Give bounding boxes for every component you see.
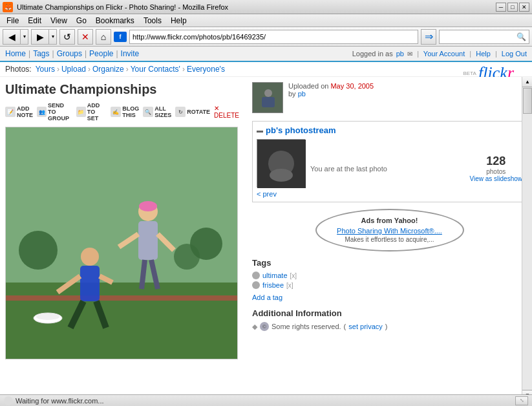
search-input[interactable] xyxy=(442,33,516,41)
nav-groups[interactable]: Groups xyxy=(57,49,82,58)
set-privacy-link[interactable]: set privacy xyxy=(348,323,383,330)
tags-title: Tags xyxy=(252,258,527,268)
send-to-group-button[interactable]: 👥 SEND TOGROUP xyxy=(37,102,72,122)
main-content: Ultimate Championships 📝 ADDNOTE 👥 SEND … xyxy=(0,77,532,365)
bc-sep-2: › xyxy=(88,65,90,74)
reload-button[interactable]: ↺ xyxy=(59,29,75,45)
status-resize-handle: ⤡ xyxy=(515,396,528,405)
minimize-button[interactable]: ─ xyxy=(496,3,506,12)
nav-home[interactable]: Home xyxy=(5,49,26,58)
photo-svg xyxy=(6,127,238,359)
address-input[interactable] xyxy=(129,30,418,44)
tag-remove-ultimate[interactable]: [x] xyxy=(290,272,297,279)
photostream-section: ▬ pb's photostream < prev xyxy=(252,121,527,202)
uploaded-by-line: by pb xyxy=(288,90,374,98)
add-note-button[interactable]: 📝 ADDNOTE xyxy=(5,105,33,118)
menu-bookmarks[interactable]: Bookmarks xyxy=(92,15,138,27)
nav-people[interactable]: People xyxy=(89,49,113,58)
scrollbar-thumb[interactable] xyxy=(523,88,532,114)
status-icon xyxy=(4,396,13,405)
bc-sep-3: › xyxy=(126,65,129,74)
add-tag-link[interactable]: Add a tag xyxy=(252,294,282,301)
back-dropdown[interactable]: ▾ xyxy=(21,29,28,45)
svg-point-4 xyxy=(139,201,157,211)
photostream-header: ▬ pb's photostream xyxy=(257,125,522,135)
bc-sep-4: › xyxy=(182,65,185,74)
all-sizes-button[interactable]: 🔍 ALLSIZES xyxy=(143,105,171,118)
blog-icon: ✍ xyxy=(111,107,121,117)
add-tag-container: Add a tag xyxy=(252,293,527,302)
svg-point-10 xyxy=(81,248,99,266)
svg-point-22 xyxy=(264,89,272,97)
menubar: File Edit View Go Bookmarks Tools Help xyxy=(0,14,532,27)
blog-this-button[interactable]: ✍ BLOGTHIS xyxy=(111,105,139,118)
breadcrumb-yours[interactable]: Yours xyxy=(36,65,55,74)
search-container: 🔍 xyxy=(439,30,529,44)
stop-button[interactable]: ✕ xyxy=(78,29,93,45)
window-controls: ─ □ ✕ xyxy=(496,3,529,12)
auth-section: Logged in as pb ✉ | Your Account | Help … xyxy=(352,50,527,58)
breadcrumb-contacts[interactable]: Your Contacts' xyxy=(131,65,180,74)
scrollbar: ▲ ▼ xyxy=(522,77,532,400)
ad-text: Makes it effortless to acquire,... xyxy=(345,236,434,243)
svg-rect-23 xyxy=(262,97,275,107)
breadcrumb-row: Photos: Yours › Upload › Organize › Your… xyxy=(0,62,532,77)
nav-tabs: Home | Tags | Groups | People | Invite L… xyxy=(0,47,532,62)
maximize-button[interactable]: □ xyxy=(507,3,518,12)
tag-link-ultimate[interactable]: ultimate xyxy=(262,272,288,279)
rights-icon: © xyxy=(260,322,269,331)
auth-logout[interactable]: Log Out xyxy=(502,50,527,58)
svg-point-18 xyxy=(19,231,58,270)
nav-sep-1: | xyxy=(28,49,30,58)
ad-link[interactable]: Photo Sharing With Microsoft®.... xyxy=(330,227,450,235)
add-to-set-button[interactable]: 📁 ADDTO SET xyxy=(76,102,107,122)
statusbar: Waiting for www.flickr.com... ⤡ xyxy=(0,394,532,406)
svg-point-26 xyxy=(270,169,293,182)
svg-rect-2 xyxy=(6,295,238,301)
menu-file[interactable]: File xyxy=(3,15,23,27)
photostream-toggle[interactable]: ▬ xyxy=(257,127,263,134)
rotate-button[interactable]: ↻ ROTATE xyxy=(175,107,210,117)
menu-help[interactable]: Help xyxy=(167,15,191,27)
forward-button[interactable]: ▶ xyxy=(31,29,49,45)
close-button[interactable]: ✕ xyxy=(519,3,529,12)
photo-title: Ultimate Championships xyxy=(5,82,244,97)
delete-button[interactable]: ✕ DELETE xyxy=(214,105,244,119)
nav-sep-2: | xyxy=(52,49,54,58)
rights-item: ◆ © Some rights reserved. ( set privacy … xyxy=(252,322,527,331)
auth-user[interactable]: pb xyxy=(396,50,404,58)
auth-account[interactable]: Your Account xyxy=(423,50,465,58)
upload-date-link[interactable]: May 30, 2005 xyxy=(330,82,374,90)
breadcrumb-organize[interactable]: Organize xyxy=(92,65,124,74)
main-content-wrapper: Ultimate Championships 📝 ADDNOTE 👥 SEND … xyxy=(0,77,532,400)
upload-user-link[interactable]: pb xyxy=(298,90,306,98)
browser-toolbar: ◀ ▾ ▶ ▾ ↺ ✕ ⌂ f ⇒ 🔍 xyxy=(0,27,532,47)
nav-sep-4: | xyxy=(116,49,118,58)
prev-link[interactable]: < prev xyxy=(257,190,305,198)
home-button[interactable]: ⌂ xyxy=(96,29,111,45)
menu-tools[interactable]: Tools xyxy=(140,15,165,27)
ad-title: Ads from Yahoo! xyxy=(330,217,450,224)
tag-link-frisbee[interactable]: frisbee xyxy=(262,281,284,289)
slideshow-link[interactable]: View as slideshow xyxy=(469,175,522,182)
rights-paren-open: ( xyxy=(344,323,346,330)
forward-dropdown[interactable]: ▾ xyxy=(49,29,57,45)
go-button[interactable]: ⇒ xyxy=(421,29,436,45)
titlebar: 🦊 Ultimate Championships on Flickr - Pho… xyxy=(0,0,532,14)
status-text: Waiting for www.flickr.com... xyxy=(16,397,104,405)
nav-tags[interactable]: Tags xyxy=(33,49,49,58)
scroll-up-button[interactable]: ▲ xyxy=(522,77,532,87)
breadcrumb-everyones[interactable]: Everyone's xyxy=(187,65,225,74)
menu-edit[interactable]: Edit xyxy=(24,15,45,27)
breadcrumb-upload[interactable]: Upload xyxy=(61,65,86,74)
menu-go[interactable]: Go xyxy=(72,15,90,27)
tag-remove-frisbee[interactable]: [x] xyxy=(286,282,293,289)
send-group-icon: 👥 xyxy=(37,107,47,117)
back-button[interactable]: ◀ xyxy=(3,29,21,45)
menu-view[interactable]: View xyxy=(47,15,71,27)
nav-invite[interactable]: Invite xyxy=(121,49,140,58)
window-title: Ultimate Championships on Flickr - Photo… xyxy=(17,3,496,11)
rotate-icon: ↻ xyxy=(175,107,186,117)
auth-help[interactable]: Help xyxy=(476,50,491,58)
rights-paren-close: ) xyxy=(385,323,388,330)
